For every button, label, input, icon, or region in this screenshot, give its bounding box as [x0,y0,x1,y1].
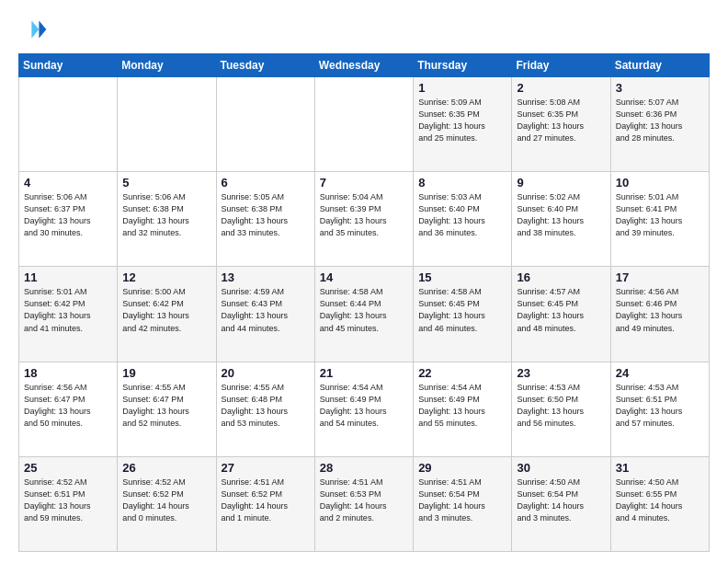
day-number: 7 [320,176,408,190]
day-info: Sunrise: 4:50 AM Sunset: 6:55 PM Dayligh… [616,477,704,524]
calendar-week-row: 11Sunrise: 5:01 AM Sunset: 6:42 PM Dayli… [19,267,710,362]
day-number: 23 [517,366,605,380]
day-info: Sunrise: 4:55 AM Sunset: 6:47 PM Dayligh… [122,382,210,430]
day-info: Sunrise: 4:53 AM Sunset: 6:50 PM Dayligh… [517,382,605,430]
calendar-week-row: 1Sunrise: 5:09 AM Sunset: 6:35 PM Daylig… [19,77,710,172]
day-info: Sunrise: 5:08 AM Sunset: 6:35 PM Dayligh… [517,97,605,144]
calendar-week-row: 25Sunrise: 4:52 AM Sunset: 6:51 PM Dayli… [19,456,710,551]
day-info: Sunrise: 4:57 AM Sunset: 6:45 PM Dayligh… [517,286,605,334]
day-number: 24 [616,366,704,380]
calendar-day-28: 28Sunrise: 4:51 AM Sunset: 6:53 PM Dayli… [314,456,413,551]
day-info: Sunrise: 5:02 AM Sunset: 6:40 PM Dayligh… [517,191,605,239]
day-number: 14 [320,270,408,284]
calendar-day-27: 27Sunrise: 4:51 AM Sunset: 6:52 PM Dayli… [216,456,314,551]
logo-icon [18,15,48,44]
calendar-empty-cell [314,77,413,172]
day-number: 13 [222,270,310,284]
day-number: 26 [122,461,210,475]
day-number: 27 [222,461,310,475]
day-number: 15 [418,270,506,284]
day-info: Sunrise: 5:06 AM Sunset: 6:37 PM Dayligh… [24,191,112,239]
day-number: 6 [222,176,310,190]
weekday-header-wednesday: Wednesday [314,54,413,77]
calendar-day-8: 8Sunrise: 5:03 AM Sunset: 6:40 PM Daylig… [414,172,512,267]
day-info: Sunrise: 5:06 AM Sunset: 6:38 PM Dayligh… [122,191,210,239]
weekday-header-row: SundayMondayTuesdayWednesdayThursdayFrid… [19,54,710,77]
calendar-day-21: 21Sunrise: 4:54 AM Sunset: 6:49 PM Dayli… [314,362,413,456]
calendar-day-13: 13Sunrise: 4:59 AM Sunset: 6:43 PM Dayli… [216,267,314,362]
day-number: 20 [222,366,310,380]
day-info: Sunrise: 4:56 AM Sunset: 6:46 PM Dayligh… [616,286,704,334]
weekday-header-sunday: Sunday [19,54,118,77]
svg-marker-1 [31,20,39,38]
calendar-day-17: 17Sunrise: 4:56 AM Sunset: 6:46 PM Dayli… [610,267,709,362]
day-number: 2 [517,81,605,95]
page: SundayMondayTuesdayWednesdayThursdayFrid… [0,0,728,563]
day-number: 31 [616,461,704,475]
calendar-table: SundayMondayTuesdayWednesdayThursdayFrid… [18,53,710,552]
day-number: 3 [616,81,704,95]
calendar-day-14: 14Sunrise: 4:58 AM Sunset: 6:44 PM Dayli… [314,267,413,362]
day-info: Sunrise: 4:54 AM Sunset: 6:49 PM Dayligh… [320,382,408,430]
calendar-day-22: 22Sunrise: 4:54 AM Sunset: 6:49 PM Dayli… [414,362,512,456]
calendar-day-2: 2Sunrise: 5:08 AM Sunset: 6:35 PM Daylig… [512,77,610,172]
day-info: Sunrise: 5:01 AM Sunset: 6:42 PM Dayligh… [24,286,112,334]
day-info: Sunrise: 5:03 AM Sunset: 6:40 PM Dayligh… [418,191,506,239]
calendar-day-25: 25Sunrise: 4:52 AM Sunset: 6:51 PM Dayli… [19,456,118,551]
calendar-day-18: 18Sunrise: 4:56 AM Sunset: 6:47 PM Dayli… [19,362,118,456]
weekday-header-saturday: Saturday [610,54,709,77]
calendar-day-20: 20Sunrise: 4:55 AM Sunset: 6:48 PM Dayli… [216,362,314,456]
day-number: 25 [24,461,112,475]
calendar-week-row: 18Sunrise: 4:56 AM Sunset: 6:47 PM Dayli… [19,362,710,456]
calendar-day-26: 26Sunrise: 4:52 AM Sunset: 6:52 PM Dayli… [118,456,216,551]
logo [18,15,51,44]
day-info: Sunrise: 5:09 AM Sunset: 6:35 PM Dayligh… [418,97,506,144]
day-number: 19 [122,366,210,380]
day-info: Sunrise: 5:01 AM Sunset: 6:41 PM Dayligh… [616,191,704,239]
weekday-header-friday: Friday [512,54,610,77]
calendar-day-5: 5Sunrise: 5:06 AM Sunset: 6:38 PM Daylig… [118,172,216,267]
day-info: Sunrise: 4:53 AM Sunset: 6:51 PM Dayligh… [616,382,704,430]
day-info: Sunrise: 5:07 AM Sunset: 6:36 PM Dayligh… [616,97,704,144]
calendar-day-6: 6Sunrise: 5:05 AM Sunset: 6:38 PM Daylig… [216,172,314,267]
calendar-empty-cell [19,77,118,172]
calendar-day-3: 3Sunrise: 5:07 AM Sunset: 6:36 PM Daylig… [610,77,709,172]
day-info: Sunrise: 4:54 AM Sunset: 6:49 PM Dayligh… [418,382,506,430]
day-info: Sunrise: 4:51 AM Sunset: 6:54 PM Dayligh… [418,477,506,524]
calendar-day-31: 31Sunrise: 4:50 AM Sunset: 6:55 PM Dayli… [610,456,709,551]
day-info: Sunrise: 5:00 AM Sunset: 6:42 PM Dayligh… [122,286,210,334]
day-number: 29 [418,461,506,475]
weekday-header-monday: Monday [118,54,216,77]
calendar-day-9: 9Sunrise: 5:02 AM Sunset: 6:40 PM Daylig… [512,172,610,267]
calendar-day-16: 16Sunrise: 4:57 AM Sunset: 6:45 PM Dayli… [512,267,610,362]
day-info: Sunrise: 4:55 AM Sunset: 6:48 PM Dayligh… [222,382,310,430]
calendar-day-29: 29Sunrise: 4:51 AM Sunset: 6:54 PM Dayli… [414,456,512,551]
day-info: Sunrise: 4:51 AM Sunset: 6:52 PM Dayligh… [222,477,310,524]
calendar-day-23: 23Sunrise: 4:53 AM Sunset: 6:50 PM Dayli… [512,362,610,456]
calendar-day-24: 24Sunrise: 4:53 AM Sunset: 6:51 PM Dayli… [610,362,709,456]
day-number: 8 [418,176,506,190]
weekday-header-tuesday: Tuesday [216,54,314,77]
day-info: Sunrise: 4:58 AM Sunset: 6:45 PM Dayligh… [418,286,506,334]
day-number: 22 [418,366,506,380]
day-number: 17 [616,270,704,284]
day-info: Sunrise: 4:56 AM Sunset: 6:47 PM Dayligh… [24,382,112,430]
calendar-day-30: 30Sunrise: 4:50 AM Sunset: 6:54 PM Dayli… [512,456,610,551]
calendar-day-4: 4Sunrise: 5:06 AM Sunset: 6:37 PM Daylig… [19,172,118,267]
header [18,15,710,44]
day-info: Sunrise: 4:52 AM Sunset: 6:51 PM Dayligh… [24,477,112,524]
day-number: 11 [24,270,112,284]
day-number: 10 [616,176,704,190]
calendar-day-11: 11Sunrise: 5:01 AM Sunset: 6:42 PM Dayli… [19,267,118,362]
day-info: Sunrise: 4:50 AM Sunset: 6:54 PM Dayligh… [517,477,605,524]
day-info: Sunrise: 4:59 AM Sunset: 6:43 PM Dayligh… [222,286,310,334]
day-number: 16 [517,270,605,284]
calendar-day-19: 19Sunrise: 4:55 AM Sunset: 6:47 PM Dayli… [118,362,216,456]
calendar-day-12: 12Sunrise: 5:00 AM Sunset: 6:42 PM Dayli… [118,267,216,362]
calendar-day-7: 7Sunrise: 5:04 AM Sunset: 6:39 PM Daylig… [314,172,413,267]
calendar-day-10: 10Sunrise: 5:01 AM Sunset: 6:41 PM Dayli… [610,172,709,267]
day-number: 9 [517,176,605,190]
svg-marker-0 [39,20,46,38]
day-number: 21 [320,366,408,380]
day-number: 1 [418,81,506,95]
